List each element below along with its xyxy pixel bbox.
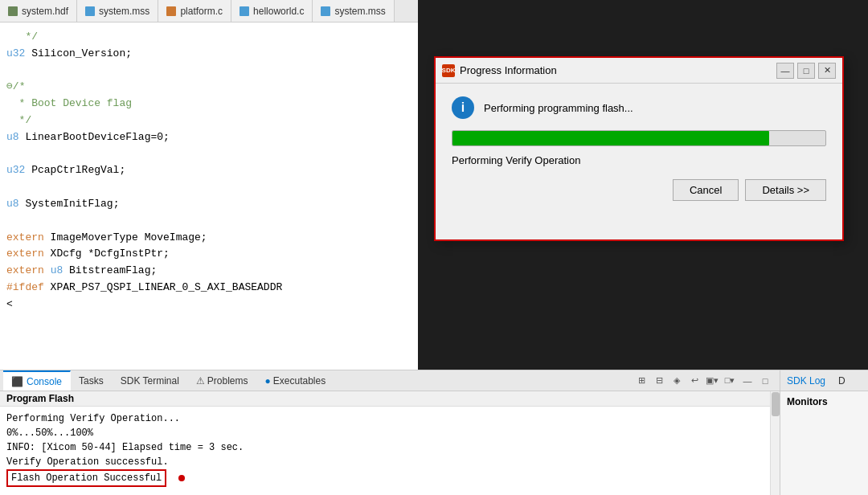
code-line: * Boot Device flag — [6, 96, 418, 112]
code-line-fold: ⊖/* — [6, 79, 418, 96]
dialog-buttons: Cancel Details >> — [452, 179, 826, 201]
tab-tasks[interactable]: Tasks — [71, 370, 113, 391]
console-area: ⬛ Console Tasks SDK Terminal ⚠ Problems … — [0, 370, 780, 495]
file-icon-platform — [166, 6, 176, 16]
console-tab-bar: ⬛ Console Tasks SDK Terminal ⚠ Problems … — [0, 370, 780, 391]
console-minimize[interactable]: — — [739, 373, 755, 389]
code-line-ifdef: #ifdef XPAR_PS7_QSPI_LINEAR_0_S_AXI_BASE… — [6, 280, 418, 297]
right-panel: SDK Log D Monitors — [780, 370, 868, 495]
code-line-extern-3: extern u8 BitstreamFlag; — [6, 263, 418, 280]
code-line-extern-1: extern ImageMoverType MoveImage; — [6, 230, 418, 247]
console-toolbar-btn-3[interactable]: ◈ — [669, 373, 685, 389]
dialog-title: Progress Information — [460, 64, 776, 76]
file-icon-mss1 — [85, 6, 95, 16]
file-icon-hdf — [8, 6, 18, 16]
console-line-success: Flash Operation Successful — [6, 469, 773, 487]
code-line: u8 SystemInitFlag; — [6, 196, 418, 213]
tab-system-hdf[interactable]: system.hdf — [0, 0, 77, 22]
dialog-title-icon: SDK — [442, 64, 455, 77]
tab-sdk-terminal[interactable]: SDK Terminal — [113, 370, 188, 391]
tab-system-mss-1[interactable]: system.mss — [77, 0, 158, 22]
progress-bar-fill — [452, 131, 769, 145]
tab-helloworld-c[interactable]: helloworld.c — [231, 0, 313, 22]
console-scrollbar[interactable] — [770, 391, 780, 495]
code-line — [6, 63, 418, 80]
console-toolbar-btn-4[interactable]: ↩ — [686, 373, 702, 389]
code-editor: */ u32 Silicon_Version; ⊖/* * Boot Devic… — [0, 22, 418, 370]
console-toolbar-btn-6[interactable]: □▾ — [722, 373, 738, 389]
tab-platform-c[interactable]: platform.c — [158, 0, 231, 22]
red-dot-indicator — [178, 475, 185, 481]
console-maximize[interactable]: □ — [757, 373, 773, 389]
file-icon-mss2 — [321, 6, 330, 16]
program-flash-label: Program Flash — [0, 391, 780, 407]
console-toolbar-btn-2[interactable]: ⊟ — [651, 373, 667, 389]
console-icon: ⬛ — [11, 376, 23, 387]
dialog-close-btn[interactable]: ✕ — [818, 63, 836, 79]
info-icon: i — [452, 96, 474, 119]
dialog-body: i Performing programming flash... Perfor… — [436, 84, 842, 214]
console-toolbar-btn-5[interactable]: ▣▾ — [704, 373, 720, 389]
dialog-status-text: Performing Verify Operation — [452, 154, 826, 166]
dialog-info-row: i Performing programming flash... — [452, 96, 826, 119]
flash-success-text: Flash Operation Successful — [6, 469, 166, 487]
dialog-titlebar: SDK Progress Information — □ ✕ — [436, 58, 842, 84]
console-toolbar-btn-1[interactable]: ⊞ — [633, 373, 649, 389]
code-line: */ — [6, 112, 418, 129]
tab-bar: system.hdf system.mss platform.c hellowo… — [0, 0, 418, 22]
monitors-label: Monitors — [780, 391, 868, 412]
code-line — [6, 213, 418, 230]
dialog-restore-btn[interactable]: □ — [797, 63, 815, 79]
progress-dialog: SDK Progress Information — □ ✕ i Perform… — [434, 56, 844, 241]
tab-sdk-log[interactable]: SDK Log — [780, 375, 832, 387]
code-line: */ — [6, 29, 418, 46]
progress-bar-container — [452, 130, 826, 146]
console-line-1: Performing Verify Operation... — [6, 411, 773, 426]
right-panel-tab-bar: SDK Log D — [780, 370, 868, 391]
console-line-2: 0%...50%...100% — [6, 426, 773, 440]
file-icon-hello — [240, 6, 249, 16]
tab-executables[interactable]: ● Executables — [257, 370, 335, 391]
console-line-4: Verify Operation successful. — [6, 455, 773, 469]
console-output: Performing Verify Operation... 0%...50%.… — [0, 407, 780, 492]
details-button[interactable]: Details >> — [745, 179, 826, 201]
tab-system-mss-2[interactable]: system.mss — [313, 0, 394, 22]
code-line — [6, 179, 418, 196]
console-line-3: INFO: [Xicom 50-44] Elapsed time = 3 sec… — [6, 440, 773, 455]
code-line — [6, 146, 418, 163]
code-line-angle: < — [6, 297, 418, 313]
code-line-extern-2: extern XDcfg *DcfgInstPtr; — [6, 246, 418, 263]
code-line: u32 PcapCtrlRegVal; — [6, 162, 418, 179]
code-line: u8 LinearBootDeviceFlag=0; — [6, 129, 418, 146]
cancel-button[interactable]: Cancel — [673, 179, 739, 201]
tab-problems[interactable]: ⚠ Problems — [188, 370, 257, 391]
dialog-info-text: Performing programming flash... — [484, 102, 633, 114]
code-line: u32 Silicon_Version; — [6, 46, 418, 63]
dialog-minimize-btn[interactable]: — — [776, 63, 794, 79]
console-scrollbar-thumb[interactable] — [772, 392, 780, 416]
tab-d[interactable]: D — [832, 375, 852, 387]
dialog-window-controls: — □ ✕ — [776, 63, 836, 79]
tab-console[interactable]: ⬛ Console — [3, 370, 71, 391]
